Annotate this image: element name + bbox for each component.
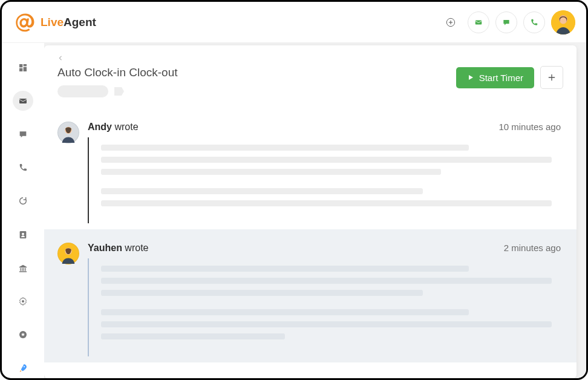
- message-avatar[interactable]: [57, 243, 79, 264]
- ticket-panel: Auto Clock-in Clock-out Start Timer: [44, 45, 577, 378]
- add-button[interactable]: [440, 11, 462, 33]
- logo-icon: [15, 12, 36, 33]
- svg-point-12: [22, 300, 24, 303]
- start-timer-label: Start Timer: [479, 73, 523, 83]
- message-time: 10 minutes ago: [498, 122, 561, 132]
- svg-point-4: [560, 17, 567, 24]
- avatar-icon: [58, 122, 79, 143]
- refresh-icon: [18, 196, 28, 206]
- message-item: Yauhen wrote 2 minutes ago: [44, 229, 577, 362]
- sidebar-item-rocket[interactable]: [13, 358, 33, 378]
- message-time: 2 minutes ago: [504, 243, 561, 253]
- page-title: Auto Clock-in Clock-out: [57, 66, 446, 79]
- brand-logo[interactable]: LiveAgent: [15, 12, 96, 33]
- back-button[interactable]: [57, 54, 64, 63]
- text-placeholder: [101, 290, 423, 296]
- svg-rect-8: [19, 68, 22, 71]
- brand-text: LiveAgent: [41, 16, 96, 29]
- timeline-connector: [88, 258, 89, 356]
- sidebar-item-mail[interactable]: [13, 91, 33, 111]
- chat-icon: [18, 129, 28, 139]
- rocket-icon: [18, 363, 28, 373]
- svg-rect-5: [19, 64, 22, 67]
- text-placeholder: [101, 157, 552, 163]
- mail-icon: [18, 96, 28, 106]
- svg-point-14: [24, 366, 25, 367]
- gear-icon: [18, 296, 28, 306]
- sidebar-item-refresh[interactable]: [13, 191, 33, 211]
- star-icon: [18, 330, 28, 339]
- plus-icon: [547, 73, 557, 82]
- dashboard-icon: [18, 63, 28, 73]
- svg-rect-6: [24, 64, 27, 66]
- text-placeholder: [101, 200, 552, 206]
- main-content: Auto Clock-in Clock-out Start Timer: [44, 43, 586, 378]
- text-placeholder: [101, 188, 423, 194]
- mail-icon: [474, 18, 483, 27]
- sidebar-item-chat[interactable]: [13, 124, 33, 144]
- svg-rect-9: [19, 99, 27, 103]
- mail-button[interactable]: [468, 11, 489, 33]
- top-bar: LiveAgent: [2, 2, 586, 43]
- text-placeholder: [101, 169, 441, 175]
- sidebar-item-contact[interactable]: [13, 224, 33, 244]
- bank-icon: [18, 263, 28, 273]
- chevron-left-icon: [57, 55, 64, 61]
- timeline-connector: [88, 137, 89, 223]
- chat-button[interactable]: [495, 11, 517, 33]
- add-action-button[interactable]: [540, 66, 563, 89]
- message-avatar[interactable]: [57, 122, 79, 143]
- text-placeholder: [101, 278, 552, 284]
- text-placeholder: [101, 145, 469, 151]
- contact-icon: [18, 230, 28, 240]
- topbar-actions: [440, 10, 575, 34]
- sidebar-item-bank[interactable]: [13, 258, 33, 278]
- start-timer-button[interactable]: Start Timer: [456, 67, 534, 88]
- sidebar-item-phone[interactable]: [13, 158, 33, 178]
- message-author: Yauhen wrote: [88, 243, 148, 254]
- text-placeholder: [101, 321, 552, 327]
- message-item: Andy wrote 10 minutes ago: [44, 108, 577, 229]
- svg-point-11: [22, 232, 24, 235]
- sidebar-item-dashboard[interactable]: [13, 57, 33, 77]
- text-placeholder: [101, 266, 469, 272]
- sidebar-item-settings[interactable]: [13, 291, 33, 311]
- sidebar-item-star[interactable]: [13, 325, 33, 345]
- tag-placeholder: [114, 87, 124, 96]
- phone-button[interactable]: [523, 11, 545, 33]
- panel-header: Auto Clock-in Clock-out Start Timer: [44, 66, 577, 108]
- phone-icon: [530, 18, 538, 27]
- phone-icon: [18, 163, 28, 172]
- text-placeholder: [101, 333, 285, 339]
- user-avatar[interactable]: [551, 10, 575, 34]
- avatar-icon: [551, 10, 575, 34]
- avatar-icon: [58, 243, 79, 264]
- svg-rect-1: [475, 20, 482, 24]
- status-pill-placeholder: [57, 85, 108, 97]
- svg-rect-7: [24, 67, 27, 71]
- sidebar: [2, 43, 44, 378]
- play-icon: [467, 74, 474, 81]
- plus-icon: [446, 18, 456, 27]
- text-placeholder: [101, 309, 469, 315]
- message-author: Andy wrote: [88, 122, 139, 133]
- message-thread: Andy wrote 10 minutes ago: [44, 108, 577, 378]
- chat-icon: [502, 18, 511, 27]
